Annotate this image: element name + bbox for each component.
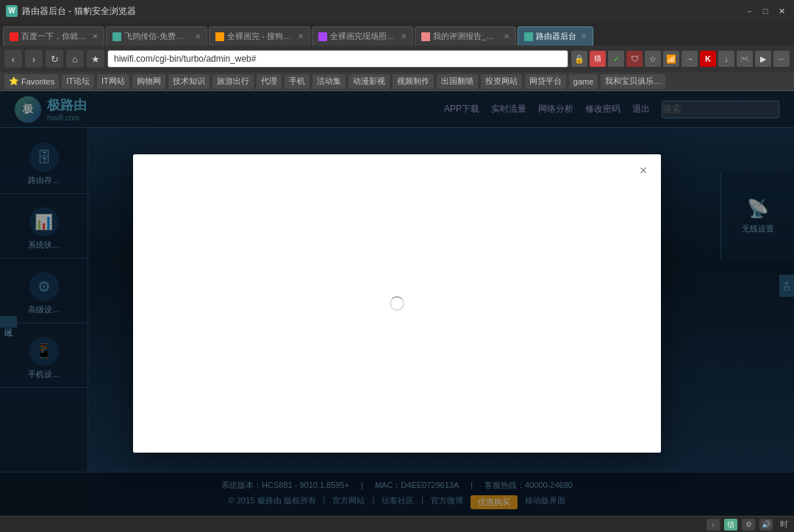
- more-icon[interactable]: ···: [773, 51, 790, 67]
- tab-favicon-feixin: [112, 32, 121, 41]
- address-input[interactable]: [107, 50, 568, 68]
- bookmark-activity[interactable]: 活动集: [312, 74, 346, 89]
- tab-baidu[interactable]: 百度一下，你就知道 ✕: [3, 26, 104, 46]
- tab-quanluo1[interactable]: 全裸画完 - 搜狗搜索 ✕: [209, 26, 310, 46]
- bookmark-invest[interactable]: 投资网站: [481, 74, 522, 89]
- bookmark-vpn[interactable]: 出国翻墙: [437, 74, 478, 89]
- security-icon[interactable]: 🔒: [571, 51, 587, 67]
- bookmark-baby[interactable]: 我和宝贝俱乐...: [601, 74, 665, 89]
- tab-favicon-quanluo2: [318, 32, 327, 41]
- bookmark-video[interactable]: 视频制作: [393, 74, 434, 89]
- k-icon[interactable]: K: [700, 51, 716, 67]
- arrow-icon[interactable]: →: [682, 51, 698, 67]
- bookmark-favorites[interactable]: ⭐ Favorites: [4, 74, 59, 89]
- bookmark-it-forum[interactable]: IT论坛: [62, 74, 94, 89]
- close-button[interactable]: ✕: [775, 4, 788, 18]
- maximize-button[interactable]: □: [759, 4, 772, 18]
- back-button[interactable]: ‹: [4, 50, 22, 68]
- tab-close-feixin[interactable]: ✕: [195, 32, 201, 40]
- browser-favicon: W: [6, 5, 18, 17]
- browser-title: 路由器后台 - 猫豹安全浏览器: [22, 5, 738, 18]
- bookmark-tech[interactable]: 技术知识: [168, 74, 210, 89]
- tab-feixin[interactable]: 飞鸽传信-免费通话... ✕: [106, 26, 207, 46]
- tab-review[interactable]: 我的评测报告_消费... ✕: [415, 26, 516, 46]
- modal-overlay: ×: [0, 91, 794, 516]
- browser-window: W 路由器后台 - 猫豹安全浏览器 － □ ✕ 百度一下，你就知道 ✕ 飞鸽传信…: [0, 0, 794, 532]
- shield-icon[interactable]: 🛡: [626, 51, 643, 67]
- download-icon[interactable]: ↓: [718, 51, 734, 67]
- star-icon[interactable]: ☆: [645, 51, 661, 67]
- status-message-icon: 信: [724, 519, 737, 531]
- tab-close-baidu[interactable]: ✕: [92, 32, 98, 40]
- status-time: 时: [780, 519, 788, 530]
- status-download-icon: ↓: [707, 519, 720, 531]
- tab-favicon-router: [524, 32, 533, 41]
- bookmark-travel[interactable]: 旅游出行: [212, 74, 254, 89]
- bookmark-shopping[interactable]: 购物网: [132, 74, 165, 89]
- page-content: 极 极路由 hiwifi.com APP下载 实时流量 网络分析 修改密码 退出…: [0, 91, 794, 516]
- refresh-button[interactable]: ↻: [46, 50, 63, 68]
- home-button[interactable]: ⌂: [66, 50, 84, 68]
- address-bar: ‹ › ↻ ⌂ ★ 🔒 猫 ✓ 🛡 ☆ 📶 → K ↓ 🎮 ▶ ···: [0, 46, 794, 72]
- bookmark-loan[interactable]: 网贷平台: [525, 74, 566, 89]
- title-bar: W 路由器后台 - 猫豹安全浏览器 － □ ✕: [0, 0, 794, 22]
- loading-spinner: [390, 296, 404, 311]
- minimize-button[interactable]: －: [743, 4, 756, 18]
- tab-close-quanluo1[interactable]: ✕: [298, 32, 304, 40]
- 猫豹icon[interactable]: 猫: [590, 51, 606, 67]
- tab-favicon-baidu: [10, 32, 18, 41]
- bookmark-game[interactable]: game: [569, 74, 598, 89]
- bookmarks-bar: ⭐ Favorites IT论坛 IT网站 购物网 技术知识 旅游出行 代理 手…: [0, 72, 794, 91]
- game-icon[interactable]: 🎮: [737, 51, 753, 67]
- tab-favicon-review: [421, 32, 430, 41]
- status-settings-icon[interactable]: ⚙: [742, 519, 755, 531]
- tab-quanluo2[interactable]: 全裸画完现场照曝光... ✕: [312, 26, 413, 46]
- tab-favicon-quanluo1: [215, 32, 224, 41]
- status-volume-icon[interactable]: 🔊: [759, 519, 773, 531]
- tab-close-review[interactable]: ✕: [504, 32, 509, 40]
- status-right: ↓ 信 ⚙ 🔊 时: [707, 519, 788, 531]
- window-controls: － □ ✕: [743, 4, 788, 18]
- tab-router[interactable]: 路由器后台 ✕: [518, 26, 593, 46]
- status-bar: ↓ 信 ⚙ 🔊 时: [0, 516, 794, 532]
- verify-icon[interactable]: ✓: [608, 51, 624, 67]
- modal-close-button[interactable]: ×: [634, 162, 652, 179]
- bookmark-it-web[interactable]: IT网站: [97, 74, 129, 89]
- modal-dialog: ×: [133, 154, 661, 453]
- bookmark-anime[interactable]: 动漫影视: [348, 74, 390, 89]
- tab-close-router[interactable]: ✕: [581, 32, 587, 40]
- tab-bar: 百度一下，你就知道 ✕ 飞鸽传信-免费通话... ✕ 全裸画完 - 搜狗搜索 ✕…: [0, 22, 794, 46]
- toolbar-icons: 🔒 猫 ✓ 🛡 ☆ 📶 → K ↓ 🎮 ▶ ···: [571, 51, 790, 67]
- tab-close-quanluo2[interactable]: ✕: [401, 32, 407, 40]
- bookmark-proxy[interactable]: 代理: [257, 74, 282, 89]
- bookmark-mobile[interactable]: 手机: [285, 74, 310, 89]
- wifi-icon[interactable]: 📶: [663, 51, 679, 67]
- forward-button[interactable]: ›: [25, 50, 43, 68]
- play-icon[interactable]: ▶: [755, 51, 771, 67]
- bookmark-add-button[interactable]: ★: [87, 50, 104, 68]
